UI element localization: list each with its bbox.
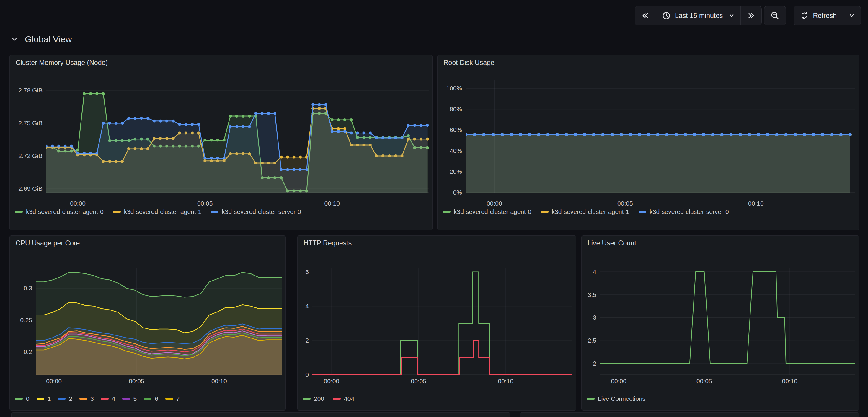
legend-swatch bbox=[443, 211, 451, 213]
legend-swatch bbox=[101, 397, 108, 400]
legend: 200404 bbox=[303, 395, 354, 402]
legend-item[interactable]: 0 bbox=[15, 395, 30, 402]
panel-live-user-count: Live User Count 43.532.5200:0000:0500:10… bbox=[581, 235, 859, 411]
svg-text:00:10: 00:10 bbox=[748, 200, 764, 207]
svg-text:60%: 60% bbox=[450, 126, 462, 133]
legend-label: 2 bbox=[69, 395, 72, 402]
svg-text:4: 4 bbox=[593, 268, 596, 275]
svg-text:00:00: 00:00 bbox=[70, 200, 86, 207]
legend: k3d-severed-cluster-agent-0k3d-severed-c… bbox=[15, 208, 301, 215]
legend-label: k3d-severed-cluster-agent-1 bbox=[124, 208, 202, 215]
svg-text:0: 0 bbox=[305, 371, 309, 378]
refresh-label: Refresh bbox=[813, 12, 837, 20]
svg-text:6: 6 bbox=[305, 268, 309, 275]
legend-item[interactable]: Live Connections bbox=[587, 395, 645, 402]
chevron-down-icon bbox=[11, 35, 18, 43]
legend-item[interactable]: k3d-severed-cluster-server-0 bbox=[639, 208, 728, 215]
time-range-label: Last 15 minutes bbox=[675, 12, 723, 20]
legend-swatch bbox=[113, 211, 121, 213]
refresh-button[interactable]: Refresh bbox=[794, 6, 843, 25]
legend-item[interactable]: 7 bbox=[165, 395, 180, 402]
legend-label: 1 bbox=[48, 395, 51, 402]
double-chevron-left-icon bbox=[641, 11, 650, 20]
svg-text:2.5: 2.5 bbox=[588, 337, 596, 344]
legend-item[interactable]: k3d-severed-cluster-agent-1 bbox=[541, 208, 629, 215]
legend-item[interactable]: 2 bbox=[58, 395, 72, 402]
legend-item[interactable]: k3d-severed-cluster-agent-0 bbox=[443, 208, 531, 215]
chart-live-user-count[interactable]: 43.532.5200:0000:0500:10 bbox=[582, 236, 859, 410]
zoom-out-group bbox=[764, 6, 786, 25]
chart-cpu-per-core[interactable]: 0.30.250.200:0000:0500:10 bbox=[10, 236, 285, 410]
legend-label: 3 bbox=[90, 395, 94, 402]
row-global-view-toggle[interactable]: Global View bbox=[11, 34, 72, 44]
legend-swatch bbox=[15, 211, 23, 213]
panel-stub bbox=[520, 412, 859, 417]
zoom-out-button[interactable] bbox=[764, 6, 786, 25]
panel-cluster-memory: Cluster Memory Usage (Node) 2.78 GiB2.75… bbox=[9, 55, 433, 230]
chart-http-requests[interactable]: 642000:0000:0500:10 bbox=[298, 236, 576, 410]
legend-swatch bbox=[144, 397, 151, 400]
legend: k3d-severed-cluster-agent-0k3d-severed-c… bbox=[443, 208, 729, 215]
legend-swatch bbox=[303, 397, 311, 400]
time-shift-back-button[interactable] bbox=[635, 6, 656, 25]
refresh-icon bbox=[800, 11, 809, 20]
legend-item[interactable]: 200 bbox=[303, 395, 324, 402]
time-shift-forward-button[interactable] bbox=[740, 6, 762, 25]
svg-text:2.69 GiB: 2.69 GiB bbox=[18, 185, 42, 192]
legend-item[interactable]: 6 bbox=[144, 395, 158, 402]
svg-text:00:00: 00:00 bbox=[46, 378, 62, 385]
legend-item[interactable]: 1 bbox=[37, 395, 51, 402]
legend-label: Live Connections bbox=[598, 395, 645, 402]
legend-label: 5 bbox=[133, 395, 137, 402]
legend-swatch bbox=[165, 397, 173, 400]
svg-text:00:00: 00:00 bbox=[611, 378, 626, 385]
chevron-down-icon bbox=[728, 13, 735, 19]
svg-text:0%: 0% bbox=[453, 189, 462, 196]
refresh-interval-dropdown[interactable] bbox=[843, 6, 861, 25]
legend-label: 0 bbox=[26, 395, 30, 402]
panel-root-disk: Root Disk Usage 100%80%60%40%20%0%00:000… bbox=[437, 55, 859, 230]
svg-text:3: 3 bbox=[593, 314, 596, 321]
chart-cluster-memory[interactable]: 2.78 GiB2.75 GiB2.72 GiB2.69 GiB00:0000:… bbox=[10, 55, 432, 230]
legend: 01234567 bbox=[15, 395, 180, 402]
legend-label: k3d-severed-cluster-agent-1 bbox=[552, 208, 629, 215]
panel-http-requests: HTTP Requests 642000:0000:0500:10 200404 bbox=[297, 235, 576, 411]
time-picker-group: Last 15 minutes bbox=[635, 6, 762, 25]
svg-text:100%: 100% bbox=[446, 85, 462, 92]
legend-item[interactable]: 4 bbox=[101, 395, 116, 402]
svg-text:00:05: 00:05 bbox=[696, 378, 712, 385]
legend-swatch bbox=[639, 211, 646, 213]
svg-text:00:10: 00:10 bbox=[498, 378, 514, 385]
legend-swatch bbox=[15, 397, 23, 400]
svg-text:0.3: 0.3 bbox=[24, 285, 32, 292]
legend-item[interactable]: k3d-severed-cluster-agent-0 bbox=[15, 208, 104, 215]
section-title: Global View bbox=[25, 34, 72, 44]
double-chevron-right-icon bbox=[747, 11, 755, 20]
svg-text:80%: 80% bbox=[450, 106, 462, 113]
legend-swatch bbox=[333, 397, 341, 400]
legend-label: 4 bbox=[112, 395, 116, 402]
svg-text:00:05: 00:05 bbox=[617, 200, 633, 207]
svg-text:2.78 GiB: 2.78 GiB bbox=[18, 87, 42, 94]
time-range-picker-button[interactable]: Last 15 minutes bbox=[656, 6, 740, 25]
svg-text:0.2: 0.2 bbox=[24, 348, 32, 355]
legend-item[interactable]: k3d-severed-cluster-agent-1 bbox=[113, 208, 202, 215]
legend-item[interactable]: 3 bbox=[80, 395, 94, 402]
time-controls-toolbar: Last 15 minutes bbox=[635, 6, 861, 25]
legend-label: k3d-severed-cluster-server-0 bbox=[650, 208, 728, 215]
legend-label: k3d-severed-cluster-agent-0 bbox=[454, 208, 531, 215]
clock-icon bbox=[662, 11, 671, 20]
refresh-group: Refresh bbox=[794, 6, 861, 25]
svg-text:2: 2 bbox=[305, 337, 309, 344]
legend-label: 404 bbox=[344, 395, 354, 402]
legend-item[interactable]: 5 bbox=[122, 395, 137, 402]
legend-label: 6 bbox=[155, 395, 158, 402]
grafana-dashboard: Last 15 minutes bbox=[0, 0, 868, 417]
chart-root-disk[interactable]: 100%80%60%40%20%0%00:0000:0500:10 bbox=[438, 55, 859, 230]
svg-text:00:00: 00:00 bbox=[324, 378, 340, 385]
legend-item[interactable]: 404 bbox=[333, 395, 354, 402]
legend-swatch bbox=[122, 397, 130, 400]
legend-swatch bbox=[37, 397, 44, 400]
legend-swatch bbox=[211, 211, 218, 213]
legend-item[interactable]: k3d-severed-cluster-server-0 bbox=[211, 208, 301, 215]
